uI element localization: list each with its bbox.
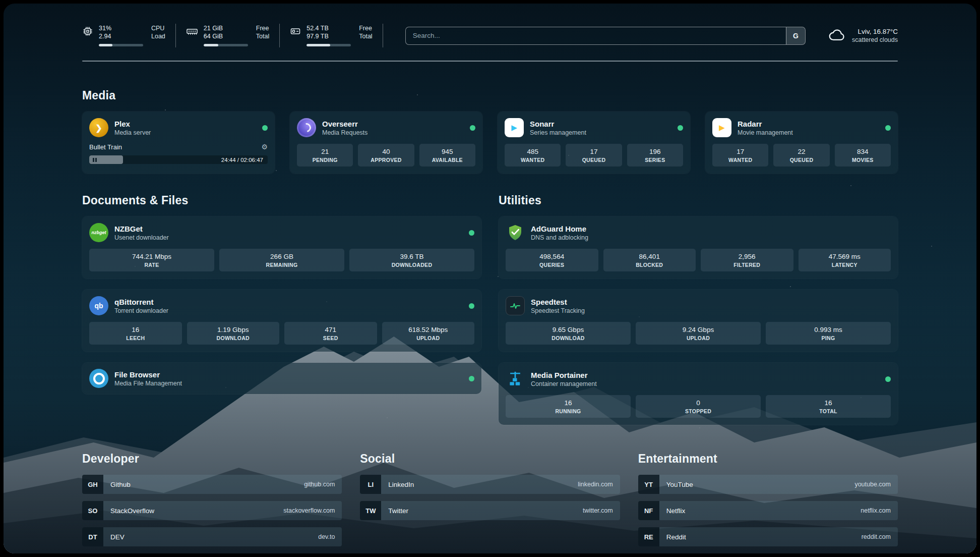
stat-tile: 16 RUNNING: [506, 395, 631, 418]
search-provider-button[interactable]: G: [786, 27, 805, 44]
plex-card[interactable]: ❯ Plex Media server Bullet Train ⚙ 24:44…: [82, 112, 275, 174]
stat-label: LEECH: [91, 335, 180, 341]
status-dot: [470, 125, 475, 131]
stat-value: 0.993 ms: [768, 326, 889, 333]
stat-tile: 1.19 Gbps DOWNLOAD: [187, 322, 280, 345]
memory-icon: [186, 26, 198, 46]
stat-value: 17: [714, 148, 766, 155]
documents-column: Documents & Files nzbget NZBGet Usenet d…: [82, 194, 481, 425]
stat-tile: 618.52 Mbps UPLOAD: [382, 322, 475, 345]
memory-progress-bar: [204, 44, 248, 46]
gear-icon[interactable]: ⚙: [261, 143, 268, 151]
status-dot: [678, 125, 683, 131]
github-icon: GH: [82, 475, 103, 494]
stat-tile: 16 LEECH: [89, 322, 182, 345]
card-subtitle: Media Requests: [322, 129, 368, 137]
search-bar[interactable]: G: [405, 27, 806, 45]
bookmark-github[interactable]: GH Github github.com: [82, 475, 342, 494]
stat-value: 471: [286, 326, 375, 333]
card-title: Speedtest: [531, 297, 585, 307]
stat-label: PING: [768, 335, 889, 341]
disk-metric: 52.4 TB Free 97.9 TB Total: [280, 24, 383, 47]
stat-value: 485: [507, 148, 559, 155]
card-subtitle: Media File Management: [114, 379, 182, 387]
stat-tile: 9.24 Gbps UPLOAD: [636, 322, 761, 345]
bookmark-stackoverflow[interactable]: SO StackOverflow stackoverflow.com: [82, 501, 342, 520]
sonarr-card[interactable]: ▶ Sonarr Series management 485 WANTED 17…: [498, 112, 690, 174]
documents-section-title: Documents & Files: [82, 194, 481, 207]
dev-icon: DT: [82, 527, 103, 546]
stat-value: 618.52 Mbps: [384, 326, 473, 333]
twitter-icon: TW: [360, 501, 381, 520]
dashboard-content: 31% CPU 2.94 Load 21: [4, 4, 976, 553]
stat-value: 945: [421, 148, 473, 155]
dashboard-screen: 31% CPU 2.94 Load 21: [4, 4, 976, 553]
portainer-card[interactable]: Media Portainer Container management 16 …: [499, 363, 898, 425]
bookmark-twitter[interactable]: TW Twitter twitter.com: [360, 501, 620, 520]
stat-label: PENDING: [299, 157, 351, 163]
stat-tile: 16 TOTAL: [766, 395, 891, 418]
bookmark-netflix[interactable]: NF Netflix netflix.com: [638, 501, 898, 520]
stat-label: SEED: [286, 335, 375, 341]
status-dot: [469, 230, 474, 236]
qbittorrent-card[interactable]: qb qBittorrent Torrent downloader 16 LEE…: [82, 290, 481, 352]
speedtest-card[interactable]: Speedtest Speedtest Tracking 9.65 Gbps D…: [499, 290, 898, 352]
stat-label: REMAINING: [221, 262, 342, 268]
media-section-title: Media: [82, 89, 898, 102]
bookmark-dev[interactable]: DT DEV dev.to: [82, 527, 342, 546]
disk-progress-bar: [307, 44, 351, 46]
sonarr-icon: ▶: [505, 118, 524, 137]
stat-tile: 17 QUEUED: [566, 144, 622, 166]
card-title: Sonarr: [530, 119, 586, 129]
bookmark-name: Reddit: [666, 533, 686, 541]
bookmarks-area: Developer GH Github github.com SO StackO…: [82, 452, 898, 553]
stat-tile: 86,401 BLOCKED: [603, 249, 696, 271]
bookmark-url: youtube.com: [854, 481, 891, 488]
radarr-card[interactable]: ▶ Radarr Movie management 17 WANTED 22 Q…: [705, 112, 898, 174]
portainer-icon: [506, 369, 525, 388]
disk-total-value: 97.9 TB: [307, 33, 351, 40]
stat-value: 834: [837, 148, 889, 155]
overseerr-card[interactable]: Overseerr Media Requests 21 PENDING 40 A…: [290, 112, 482, 174]
filebrowser-icon: [89, 369, 108, 388]
stat-value: 744.21 Mbps: [91, 253, 212, 260]
filebrowser-card[interactable]: File Browser Media File Management: [82, 363, 481, 394]
developer-bookmarks: Developer GH Github github.com SO StackO…: [82, 452, 342, 546]
stat-label: WANTED: [507, 157, 559, 163]
qbittorrent-icon: qb: [89, 296, 108, 315]
utilities-column: Utilities: [499, 194, 898, 425]
weather-location: Lviv, 16.87°C: [852, 28, 898, 35]
bookmark-name: Twitter: [388, 507, 408, 515]
stat-tile: 21 PENDING: [297, 144, 353, 166]
stat-tile: 471 SEED: [284, 322, 377, 345]
stat-value: 2,956: [703, 253, 791, 260]
card-subtitle: Speedtest Tracking: [531, 307, 585, 315]
stat-value: 21: [299, 148, 351, 155]
search-input[interactable]: [406, 27, 786, 44]
entertainment-bookmarks: Entertainment YT YouTube youtube.com NF …: [638, 452, 898, 546]
bookmark-reddit[interactable]: RE Reddit reddit.com: [638, 527, 898, 546]
bookmark-name: YouTube: [666, 481, 693, 488]
stat-label: STOPPED: [638, 408, 759, 414]
status-dot: [469, 303, 474, 309]
weather-widget[interactable]: Lviv, 16.87°C scattered clouds: [828, 27, 898, 44]
weather-condition: scattered clouds: [852, 36, 898, 43]
adguard-card[interactable]: AdGuard Home DNS and adblocking 498,564 …: [499, 216, 898, 278]
card-title: Overseerr: [322, 119, 368, 129]
playback-progress-bar[interactable]: 24:44 / 02:06:47: [89, 155, 268, 164]
utilities-section-title: Utilities: [499, 194, 898, 207]
stat-label: DOWNLOADED: [351, 262, 472, 268]
plex-icon: ❯: [89, 118, 108, 137]
developer-section-title: Developer: [82, 452, 342, 466]
status-dot: [885, 125, 891, 131]
bookmark-name: Netflix: [666, 507, 686, 515]
nzbget-card[interactable]: nzbget NZBGet Usenet downloader 744.21 M…: [82, 216, 481, 278]
bookmark-linkedin[interactable]: LI LinkedIn linkedin.com: [360, 475, 620, 494]
stat-tile: 22 QUEUED: [773, 144, 829, 166]
adguard-icon: [506, 223, 525, 242]
bookmark-youtube[interactable]: YT YouTube youtube.com: [638, 475, 898, 494]
stat-value: 9.65 Gbps: [508, 326, 629, 333]
snow-specks: [4, 4, 5, 5]
bookmark-url: dev.to: [318, 533, 335, 540]
stat-value: 16: [768, 399, 889, 407]
